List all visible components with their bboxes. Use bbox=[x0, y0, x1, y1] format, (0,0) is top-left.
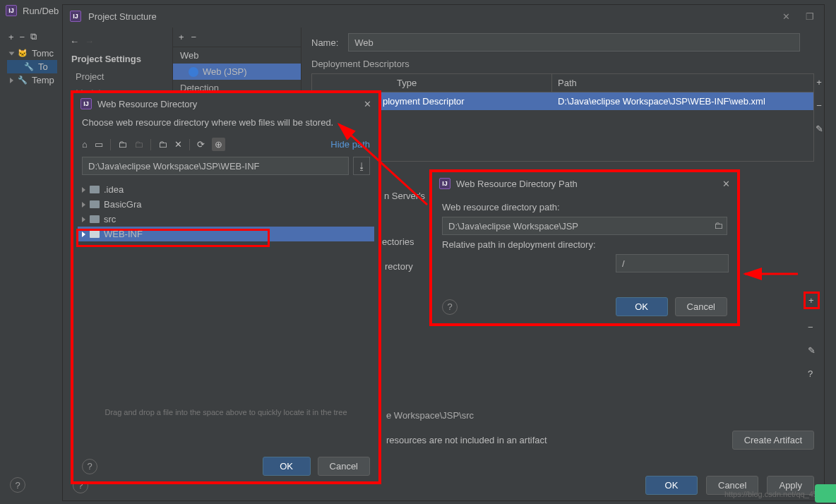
globe-icon bbox=[189, 67, 198, 77]
show-hidden-icon[interactable]: ⊕ bbox=[212, 138, 225, 151]
wrench-icon: 🔧 bbox=[18, 76, 28, 85]
ok-button[interactable]: OK bbox=[263, 457, 311, 476]
ok-button[interactable]: OK bbox=[645, 476, 698, 495]
help-icon[interactable]: ? bbox=[442, 299, 458, 315]
bg-toolbar: + − ⧉ bbox=[0, 28, 62, 45]
copy-icon[interactable]: ⧉ bbox=[30, 31, 37, 42]
path-label: Web resource directory path: bbox=[442, 202, 727, 212]
desktop-icon[interactable]: ▭ bbox=[95, 139, 103, 150]
corner-badge bbox=[815, 484, 836, 503]
bg-title: Run/Deb bbox=[23, 6, 59, 16]
ps-nav-head: Project Settings bbox=[63, 49, 172, 68]
delete-icon[interactable]: ✕ bbox=[174, 139, 182, 150]
col-type: Type bbox=[312, 74, 552, 92]
pth-title-text: Web Resource Directory Path bbox=[456, 179, 578, 189]
chevron-right-icon[interactable] bbox=[82, 217, 85, 222]
chevron-down-icon[interactable] bbox=[9, 52, 15, 55]
ide-icon: IJ bbox=[439, 178, 450, 189]
cancel-button[interactable]: Cancel bbox=[675, 297, 727, 316]
src-root: e Workspace\JSP\src bbox=[311, 410, 814, 421]
restore-icon[interactable]: ❐ bbox=[803, 8, 817, 25]
resource-path-dialog: IJ Web Resource Directory Path ✕ Web res… bbox=[429, 169, 740, 326]
wrd-footer: ? OK Cancel bbox=[73, 457, 378, 476]
forward-icon[interactable]: → bbox=[85, 36, 94, 47]
watermark: https://blog.csdn.net/qq_45 bbox=[724, 490, 818, 498]
ide-icon: IJ bbox=[6, 5, 17, 16]
chevron-right-icon[interactable] bbox=[82, 202, 85, 208]
tomcat-icon: 🐱 bbox=[18, 49, 28, 58]
chevron-right-icon[interactable] bbox=[82, 187, 85, 193]
close-icon[interactable]: ✕ bbox=[777, 8, 796, 25]
dir-path-input[interactable] bbox=[442, 217, 727, 235]
plus-icon[interactable]: + bbox=[804, 292, 820, 309]
help-icon[interactable]: ? bbox=[10, 477, 25, 493]
pth-footer: ? OK Cancel bbox=[432, 297, 737, 316]
minus-icon[interactable]: − bbox=[812, 100, 826, 111]
bg-tree: 🐱Tomc 🔧To 🔧Temp bbox=[7, 47, 57, 87]
minus-icon[interactable]: − bbox=[20, 32, 25, 42]
wrd-hint: Drag and drop a file into the space abov… bbox=[73, 408, 378, 416]
dd-grid: Type Path ployment Descriptor D:\Java\ec… bbox=[311, 73, 814, 162]
tree-item-basicgra[interactable]: BasicGra bbox=[78, 197, 374, 212]
dd-label: Deployment Descriptors bbox=[311, 59, 814, 69]
hide-path-link[interactable]: Hide path bbox=[330, 139, 370, 150]
dd-ops: + − ✎ bbox=[812, 77, 826, 134]
back-icon[interactable]: ← bbox=[70, 36, 79, 47]
home-icon[interactable]: ⌂ bbox=[82, 139, 88, 150]
col-path: Path bbox=[552, 74, 813, 92]
wrd-title-text: Web Resource Directory bbox=[97, 99, 197, 109]
close-icon[interactable]: ✕ bbox=[364, 99, 371, 109]
plus-icon[interactable]: + bbox=[812, 77, 826, 88]
mid-web-jsp[interactable]: Web (JSP) bbox=[173, 64, 301, 80]
wrd-toolbar: ⌂ ▭ 🗀 🗀 🗀 ✕ ⟳ ⊕ Hide path bbox=[73, 135, 378, 154]
rel-path-label: Relative path in deployment directory: bbox=[442, 239, 727, 250]
path-input[interactable] bbox=[82, 157, 349, 175]
close-icon[interactable]: ✕ bbox=[722, 179, 730, 189]
folder-icon bbox=[90, 186, 100, 193]
edit-icon[interactable]: ✎ bbox=[804, 345, 820, 356]
new-folder-icon[interactable]: 🗀 bbox=[158, 139, 167, 150]
highlight-box bbox=[76, 229, 270, 247]
wrench-icon: 🔧 bbox=[24, 62, 34, 71]
dd-row[interactable]: ployment Descriptor D:\Java\eclipse Work… bbox=[312, 92, 813, 110]
folder-icon bbox=[90, 200, 100, 208]
create-artifact-button[interactable]: Create Artifact bbox=[732, 431, 814, 450]
folder-icon bbox=[90, 215, 100, 223]
wrd-message: Choose web resource directory where web … bbox=[73, 114, 378, 135]
wr-ops: + − ✎ ? bbox=[804, 292, 820, 379]
help-icon[interactable]: ? bbox=[82, 459, 97, 474]
ps-titlebar: IJ Project Structure ✕ ❐ bbox=[63, 5, 824, 28]
help-icon[interactable]: ? bbox=[804, 368, 820, 379]
folder-icon[interactable]: 🗀 bbox=[118, 139, 127, 150]
tree-item-idea[interactable]: .idea bbox=[78, 182, 374, 197]
mid-web[interactable]: Web bbox=[173, 47, 301, 64]
plus-icon[interactable]: + bbox=[8, 32, 14, 42]
ps-title-text: Project Structure bbox=[88, 11, 157, 22]
name-label: Name: bbox=[311, 37, 338, 48]
web-resource-dir-dialog: IJ Web Resource Directory ✕ Choose web r… bbox=[71, 90, 381, 484]
folder-new-icon[interactable]: 🗀 bbox=[134, 139, 143, 150]
edit-icon[interactable]: ✎ bbox=[812, 124, 826, 134]
minus-icon[interactable]: − bbox=[804, 322, 820, 332]
nav-project[interactable]: Project bbox=[63, 68, 172, 85]
chevron-right-icon[interactable] bbox=[10, 78, 13, 83]
plus-icon[interactable]: + bbox=[179, 32, 184, 42]
cancel-button[interactable]: Cancel bbox=[318, 457, 370, 476]
ide-icon: IJ bbox=[70, 11, 81, 22]
refresh-icon[interactable]: ⟳ bbox=[197, 139, 205, 150]
ide-icon: IJ bbox=[80, 98, 92, 109]
ok-button[interactable]: OK bbox=[616, 297, 668, 316]
history-icon[interactable]: ⭳ bbox=[353, 157, 370, 175]
tree-item-src[interactable]: src bbox=[78, 212, 374, 227]
browse-icon[interactable]: 🗀 bbox=[714, 220, 723, 231]
minus-icon[interactable]: − bbox=[191, 32, 197, 42]
rel-path-input[interactable] bbox=[616, 254, 729, 272]
name-input[interactable] bbox=[348, 33, 800, 52]
